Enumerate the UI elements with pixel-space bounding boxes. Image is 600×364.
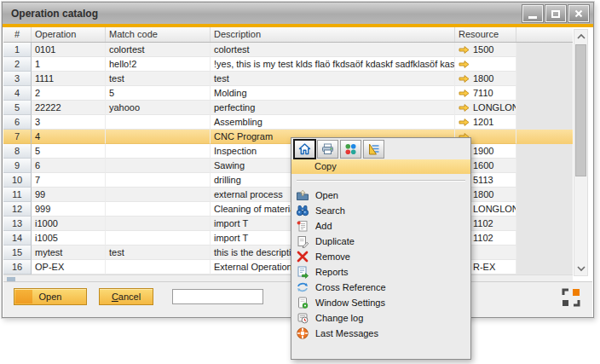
menu-item-search[interactable]: Search: [291, 203, 470, 218]
table-row[interactable]: 6 3 Assembling 1201: [3, 115, 573, 130]
menu-item-label: Open: [315, 190, 338, 200]
menu-item-label: Search: [315, 205, 345, 216]
cell-operation: 2: [32, 86, 106, 101]
column-header-resource[interactable]: Resource: [455, 27, 516, 42]
row-number[interactable]: 6: [3, 115, 32, 130]
titlebar: Operation catalog: [3, 3, 593, 24]
row-number[interactable]: 13: [3, 217, 32, 231]
table-row[interactable]: 9 6 Sawing 1600: [3, 159, 573, 173]
cell-match-code: 5: [106, 86, 211, 101]
table-row[interactable]: 7 4 CNC Program: [3, 130, 573, 144]
table-row[interactable]: 3 1111 test test 1800: [3, 72, 573, 86]
cell-resource-value: 1500: [473, 43, 493, 56]
chevron-down-icon: [576, 265, 586, 272]
table-row[interactable]: 15 mytest test this is the description: [3, 246, 573, 260]
menu-item-duplicate[interactable]: Duplicate: [291, 234, 470, 249]
column-header-match-code[interactable]: Match code: [106, 27, 211, 42]
menu-toolbar-button-print[interactable]: [317, 140, 338, 159]
row-number[interactable]: 11: [3, 188, 32, 202]
cell-operation: mytest: [32, 246, 106, 260]
link-arrow-icon[interactable]: [459, 118, 470, 127]
menu-toolbar-button-home[interactable]: [294, 140, 315, 159]
cancel-button-label: Cancel: [112, 292, 141, 302]
menu-item-add[interactable]: Add: [291, 218, 470, 234]
scroll-down-button[interactable]: [574, 262, 587, 275]
cell-operation: 1111: [32, 72, 106, 86]
change-log-icon: [296, 311, 309, 325]
link-arrow-icon[interactable]: [459, 103, 470, 113]
form-settings-icon[interactable]: [561, 287, 581, 308]
table-row[interactable]: 2 1 hello!2 !yes, this is my test klds f…: [3, 57, 573, 72]
menu-item-remove[interactable]: Remove: [291, 249, 470, 264]
table-row[interactable]: 10 7 drilling 5113: [3, 173, 573, 188]
row-number[interactable]: 12: [3, 202, 32, 217]
horizontal-scrollbar[interactable]: [3, 274, 573, 281]
table-row[interactable]: 12 999 Cleaning of material l LONGLONG: [3, 202, 573, 217]
cell-match-code: [106, 115, 211, 130]
menu-item-label: Cross Reference: [315, 282, 386, 292]
cell-filler: [516, 159, 573, 173]
cell-resource-value: 1800: [473, 188, 493, 201]
cancel-button[interactable]: Cancel: [99, 288, 153, 305]
row-number[interactable]: 9: [3, 159, 32, 173]
vertical-scrollbar[interactable]: [574, 29, 588, 276]
row-number[interactable]: 7: [3, 130, 32, 144]
cell-description: perfecting: [211, 101, 455, 115]
column-header-num[interactable]: #: [3, 27, 32, 42]
close-icon: [574, 9, 583, 18]
open-button[interactable]: Open: [14, 288, 87, 305]
row-number[interactable]: 1: [3, 43, 32, 57]
link-arrow-icon[interactable]: [459, 45, 470, 55]
menu-item-cross-reference[interactable]: Cross Reference: [291, 280, 470, 295]
link-arrow-icon[interactable]: [459, 74, 470, 84]
filter-input[interactable]: [172, 289, 263, 304]
table-row[interactable]: 5 22222 yahooo perfecting LONGLONG: [3, 101, 573, 115]
maximize-button[interactable]: [545, 5, 566, 22]
row-number[interactable]: 16: [3, 260, 32, 274]
cell-operation: 3: [32, 115, 106, 130]
table-row[interactable]: 8 5 Inspection 1900: [3, 144, 573, 159]
last-messages-icon: [296, 326, 309, 340]
row-number[interactable]: 10: [3, 173, 32, 188]
table-row[interactable]: 13 i1000 import T 1102: [3, 217, 573, 231]
row-number[interactable]: 8: [3, 144, 32, 159]
row-number[interactable]: 5: [3, 101, 32, 115]
link-arrow-icon[interactable]: [459, 89, 470, 98]
column-header-operation[interactable]: Operation: [32, 27, 106, 42]
table-row[interactable]: 4 2 5 Molding 7110: [3, 86, 573, 101]
menu-item-open[interactable]: Open: [291, 188, 470, 203]
row-number[interactable]: 2: [3, 57, 32, 72]
menu-toolbar-button-ruler[interactable]: [363, 140, 384, 159]
table-body: 1 0101 colortest colortest 1500 2 1 hell…: [3, 43, 573, 274]
context-menu-items: Open Search Add Duplicate Remove Reports…: [291, 188, 470, 341]
row-number[interactable]: 3: [3, 72, 32, 86]
menu-item-reports[interactable]: Reports: [291, 264, 470, 280]
vertical-scrollbar-thumb[interactable]: [575, 44, 586, 176]
cell-operation: OP-EX: [32, 260, 106, 274]
column-header-description[interactable]: Description: [211, 27, 455, 42]
menu-item-window-settings[interactable]: Window Settings: [291, 295, 470, 310]
menu-toolbar-button-colors[interactable]: [340, 140, 361, 159]
cell-filler: [516, 101, 573, 115]
link-arrow-icon[interactable]: [459, 60, 470, 69]
table-row[interactable]: 16 OP-EX External Operation R-EX: [3, 260, 573, 274]
cell-resource: 1500: [455, 43, 516, 57]
menu-item-label: Window Settings: [315, 298, 385, 308]
scroll-up-button[interactable]: [574, 30, 587, 43]
menu-item-last-messages[interactable]: Last Messages: [291, 326, 470, 341]
table-row[interactable]: 11 99 external process 1800: [3, 188, 573, 202]
table-row[interactable]: 1 0101 colortest colortest 1500: [3, 43, 573, 57]
row-number[interactable]: 14: [3, 231, 32, 246]
menu-item-change-log[interactable]: Change log: [291, 310, 470, 326]
table-row[interactable]: 14 i1005 import T 1102: [3, 231, 573, 246]
menu-item-copy[interactable]: Copy: [291, 159, 470, 174]
row-number[interactable]: 15: [3, 246, 32, 260]
close-button[interactable]: [568, 5, 589, 22]
menu-separator: [297, 180, 465, 182]
ruler-icon: [366, 142, 381, 156]
row-number[interactable]: 4: [3, 86, 32, 101]
cell-filler: [516, 202, 573, 217]
cell-match-code: yahooo: [106, 101, 211, 115]
minimize-button[interactable]: [522, 5, 543, 22]
cell-description: test: [211, 72, 455, 86]
